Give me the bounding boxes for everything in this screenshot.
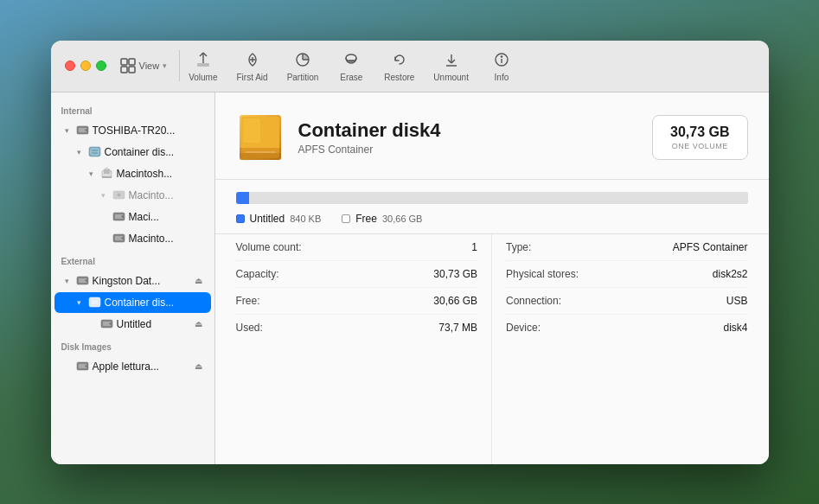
svg-point-46: [110, 323, 112, 325]
partition-used: [236, 192, 250, 204]
type-key: Type:: [506, 241, 531, 253]
disk-size-label: ONE VOLUME: [670, 142, 729, 150]
toshiba-label: TOSHIBA-TR20...: [93, 124, 204, 137]
type-val: APFS Container: [673, 241, 748, 253]
info-row-volume-count: Volume count: 1: [236, 234, 478, 261]
disk-icon-apple: [75, 359, 91, 374]
erase-icon: [341, 49, 362, 70]
view-button[interactable]: View ▾: [120, 58, 168, 73]
fullscreen-button[interactable]: [96, 61, 106, 71]
apple-lettura-label: Apple lettura...: [93, 360, 193, 373]
legend-untitled-name: Untitled: [250, 213, 285, 225]
svg-rect-7: [197, 63, 209, 67]
sidebar: Internal ▾ TOSHIBA-TR20... ▾: [51, 93, 215, 464]
disk-info: Container disk4 APFS Container: [298, 119, 639, 156]
volume-button[interactable]: Volume: [182, 48, 224, 84]
legend-untitled: Untitled 840 KB: [236, 213, 322, 225]
container-icon-ext: [87, 295, 103, 310]
disk-icon-macinto2: [112, 231, 127, 246]
main-area: Internal ▾ TOSHIBA-TR20... ▾: [51, 93, 769, 464]
svg-rect-2: [121, 67, 127, 73]
eject-icon-kingston: ⏏: [195, 276, 204, 285]
sidebar-item-apple-lettura[interactable]: Apple lettura... ⏏: [54, 356, 211, 377]
partition-free: [249, 192, 747, 204]
macinto2-label: Macinto...: [129, 233, 204, 245]
restore-label: Restore: [384, 73, 414, 82]
sidebar-item-toshiba[interactable]: ▾ TOSHIBA-TR20...: [54, 120, 211, 141]
sidebar-item-kingston[interactable]: ▾ Kingston Dat... ⏏: [54, 271, 211, 291]
firstaid-icon: [242, 49, 263, 70]
volume-count-val: 1: [471, 241, 477, 253]
info-row-device: Device: disk4: [506, 315, 748, 341]
restore-button[interactable]: Restore: [377, 48, 421, 84]
svg-point-49: [86, 366, 87, 367]
erase-button[interactable]: Erase: [330, 48, 372, 84]
container-int-label: Container dis...: [105, 146, 204, 158]
chevron-toshiba: ▾: [61, 126, 74, 135]
disk-size-value: 30,73 GB: [670, 124, 729, 140]
legend-free-size: 30,66 GB: [382, 214, 422, 224]
partition-bar: [236, 192, 748, 204]
partition-icon: [292, 49, 313, 70]
legend-dot-untitled: [236, 214, 245, 223]
used-val: 73,7 MB: [438, 322, 477, 334]
sidebar-item-untitled-ext[interactable]: Untitled ⏏: [54, 314, 211, 335]
sidebar-item-maci1[interactable]: Maci...: [54, 207, 211, 227]
free-key: Free:: [236, 295, 260, 307]
svg-rect-0: [121, 59, 127, 65]
info-row-type: Type: APFS Container: [506, 234, 748, 261]
sidebar-item-macinto-sub[interactable]: ▾ Macinto...: [54, 185, 211, 206]
info-row-used: Used: 73,7 MB: [236, 315, 478, 341]
firstaid-label: First Aid: [237, 73, 268, 82]
disk-icon-toshiba: [75, 123, 91, 138]
internal-section-label: Internal: [51, 99, 214, 119]
firstaid-button[interactable]: First Aid: [230, 48, 275, 84]
eject-icon-untitled: ⏏: [195, 319, 204, 329]
partition-section: Untitled 840 KB Free 30,66 GB: [215, 180, 769, 234]
free-val: 30,66 GB: [433, 295, 477, 307]
unmount-button[interactable]: Unmount: [426, 48, 476, 84]
eject-icon-apple: ⏏: [195, 361, 204, 371]
sidebar-item-macinto2[interactable]: Macinto...: [54, 228, 211, 249]
chevron-macintosh: ▾: [86, 169, 98, 178]
svg-point-41: [86, 280, 87, 282]
view-label: View: [139, 61, 160, 71]
partition-legend: Untitled 840 KB Free 30,66 GB: [236, 213, 748, 225]
svg-point-24: [86, 130, 87, 131]
svg-rect-56: [245, 151, 276, 153]
chevron-kingston: ▾: [61, 277, 74, 285]
close-button[interactable]: [65, 61, 75, 71]
unmount-label: Unmount: [433, 73, 469, 82]
content-area: Container disk4 APFS Container 30,73 GB …: [215, 93, 769, 464]
minimize-button[interactable]: [80, 61, 91, 71]
svg-rect-53: [243, 118, 260, 143]
disk-icon-untitled-ext: [99, 316, 115, 332]
container-icon-int: [87, 144, 103, 160]
macintosh-icon: [99, 166, 115, 182]
sidebar-item-container-ext[interactable]: ▾ Container dis...: [54, 292, 211, 313]
svg-rect-1: [129, 59, 135, 65]
legend-dot-free: [342, 214, 350, 223]
info-button[interactable]: Info: [481, 48, 522, 84]
container-ext-label: Container dis...: [105, 297, 204, 309]
info-col-right: Type: APFS Container Physical stores: di…: [492, 234, 748, 464]
untitled-ext-label: Untitled: [117, 318, 193, 330]
disk-type: APFS Container: [298, 144, 639, 156]
physical-key: Physical stores:: [506, 268, 579, 280]
info-label: Info: [495, 73, 509, 82]
info-row-physical: Physical stores: disk2s2: [506, 261, 748, 288]
restore-icon: [389, 49, 410, 70]
info-row-connection: Connection: USB: [506, 288, 748, 315]
erase-label: Erase: [340, 73, 362, 82]
sidebar-item-macintosh[interactable]: ▾ Macintosh...: [54, 163, 211, 184]
toolbar-actions: Volume First Aid: [182, 48, 522, 84]
info-row-capacity: Capacity: 30,73 GB: [236, 261, 478, 288]
info-table: Volume count: 1 Capacity: 30,73 GB Free:…: [215, 234, 769, 464]
svg-point-38: [122, 238, 124, 239]
unmount-icon: [441, 49, 462, 70]
capacity-key: Capacity:: [236, 268, 279, 280]
partition-button[interactable]: Partition: [280, 48, 326, 84]
sidebar-item-container-int[interactable]: ▾ Container dis...: [54, 142, 211, 163]
svg-point-32: [118, 194, 121, 197]
toolbar-separator: [179, 50, 180, 81]
